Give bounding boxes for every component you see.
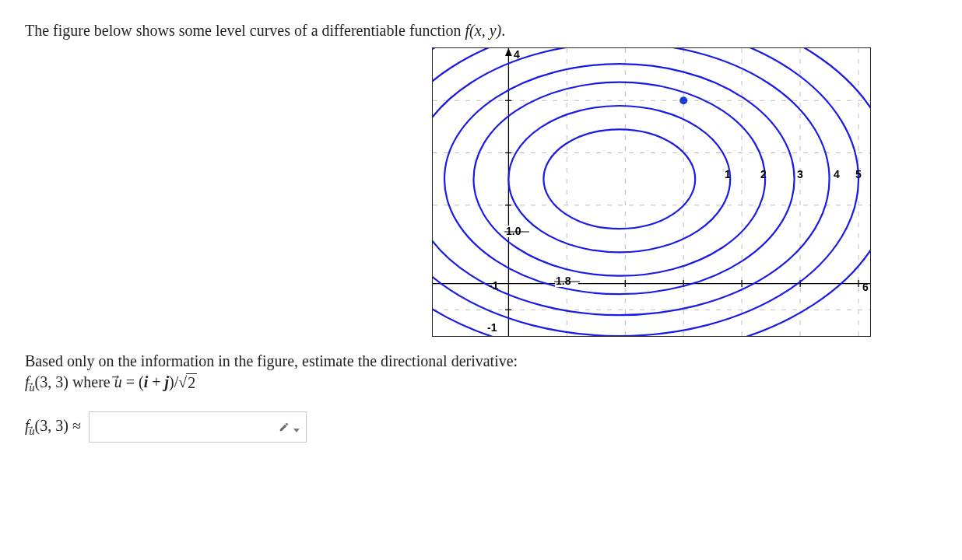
deriv-point: (3, 3): [35, 373, 68, 390]
deriv-eq: = (: [122, 373, 144, 390]
contour-plot: 1 2 3 4 5 6 4 -1 -1 1.0 1.8: [432, 47, 871, 337]
deriv-close: )/: [169, 373, 178, 390]
answer-label: fu(3, 3) ≈: [25, 417, 81, 438]
x-tick-5: 5: [855, 168, 862, 180]
figure-container: 1 2 3 4 5 6 4 -1 -1 1.0 1.8: [25, 47, 937, 337]
equation-editor-button[interactable]: [276, 419, 292, 435]
answer-input[interactable]: [96, 419, 276, 435]
y-tick-neg1: -1: [487, 321, 497, 334]
x-tick-1: 1: [725, 168, 731, 180]
deriv-root: 2: [186, 373, 197, 392]
intro-suffix: .: [501, 22, 505, 39]
chevron-down-icon: [293, 429, 300, 432]
answer-row: fu(3, 3) ≈: [25, 411, 937, 443]
pencil-icon: [279, 422, 290, 432]
y-tick-top: 4: [514, 48, 520, 61]
x-tick-3: 3: [797, 168, 803, 180]
intro-prefix: The figure below shows some level curves…: [25, 22, 465, 39]
intro-text: The figure below shows some level curves…: [25, 22, 937, 40]
x-tick-2: 2: [760, 168, 767, 180]
marked-point: [679, 96, 687, 104]
contour-label-1p0: 1.0: [506, 225, 521, 237]
intro-func: f(x, y): [465, 22, 502, 39]
x-tick-6: 6: [862, 281, 869, 293]
x-origin-label: -1: [489, 279, 499, 292]
answer-sub: u: [30, 425, 35, 438]
deriv-plus: +: [148, 373, 164, 390]
deriv-expression: fu(3, 3) where u = (i + j)/√2: [25, 373, 937, 394]
deriv-subvec: u: [30, 382, 35, 394]
x-tick-4: 4: [834, 168, 840, 180]
deriv-u: u: [114, 373, 122, 391]
deriv-where: where: [68, 373, 114, 390]
answer-point: (3, 3) ≈: [35, 417, 81, 434]
answer-box[interactable]: [89, 411, 307, 443]
prompt-line: Based only on the information in the fig…: [25, 352, 937, 370]
contour-label-1p8: 1.8: [556, 275, 571, 287]
